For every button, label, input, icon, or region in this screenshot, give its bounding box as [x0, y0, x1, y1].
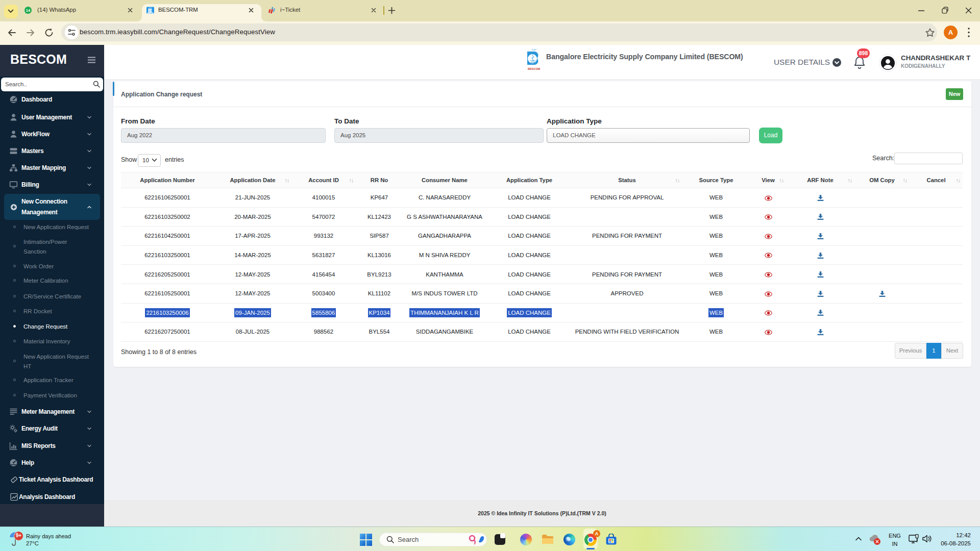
svg-text:ಬೆವಿಕಂ: ಬೆವಿಕಂ	[531, 48, 536, 51]
svg-text:BESCOM: BESCOM	[148, 12, 153, 14]
svg-text:14: 14	[26, 8, 31, 13]
svg-text:ಬೆವಿಕಂ: ಬೆವಿಕಂ	[149, 6, 153, 8]
svg-text:BESCOM: BESCOM	[528, 67, 541, 70]
